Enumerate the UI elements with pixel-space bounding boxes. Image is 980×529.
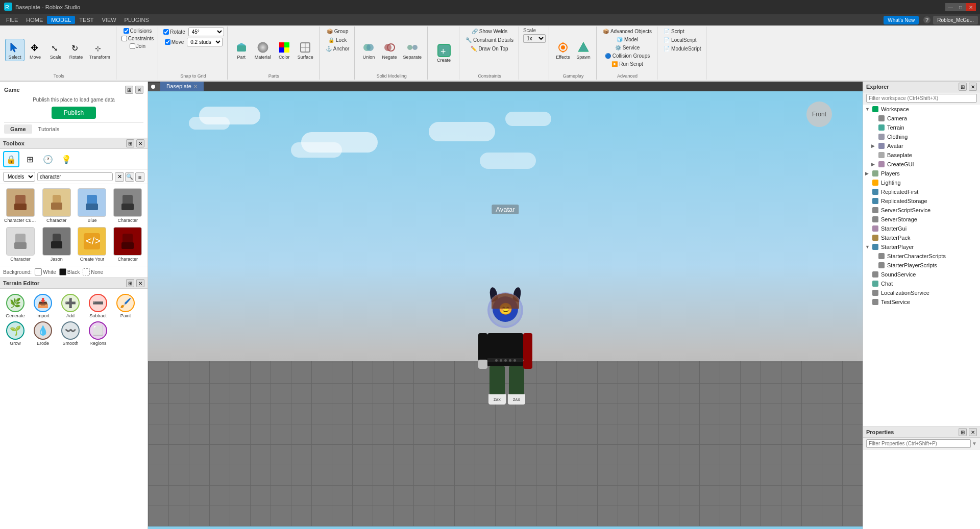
create-btn[interactable]: + Create — [434, 42, 454, 64]
explorer-tree-item-8[interactable]: Lighting — [863, 178, 980, 187]
properties-expand-btn[interactable]: ⊞ — [959, 428, 967, 436]
toolbox-icon-clock[interactable]: 🕐 — [40, 151, 56, 167]
toolbox-item-5[interactable]: Jason — [40, 226, 74, 263]
properties-close-btn[interactable]: ✕ — [969, 428, 977, 436]
explorer-tree-item-1[interactable]: Camera — [863, 114, 980, 123]
viewport-canvas[interactable]: Front Avatar 😊 — [148, 91, 863, 526]
bg-black-option[interactable]: Black — [59, 268, 80, 275]
menu-plugins[interactable]: PLUGINS — [120, 16, 153, 24]
tree-arrow-15[interactable]: ▼ — [865, 244, 871, 249]
move-btn[interactable]: ✥ Move — [26, 39, 45, 61]
toolbox-icon-lock[interactable]: 🔒 — [3, 151, 19, 167]
game-panel-close-btn[interactable]: ✕ — [135, 86, 143, 94]
terrain-regions-btn[interactable]: ⬜ Regions — [85, 320, 111, 347]
explorer-tree-item-12[interactable]: ServerStorage — [863, 215, 980, 224]
maximize-btn[interactable]: □ — [955, 3, 966, 11]
material-btn[interactable]: Material — [252, 39, 274, 61]
explorer-tree-item-6[interactable]: ▶CreateGUI — [863, 160, 980, 169]
group-btn[interactable]: 📦 Group — [325, 28, 351, 35]
explorer-tree-item-17[interactable]: StarterPlayerScripts — [863, 261, 980, 270]
script-btn[interactable]: 📄 Script — [662, 28, 687, 35]
toolbox-item-3[interactable]: Character — [111, 187, 144, 224]
explorer-tree-item-19[interactable]: Chat — [863, 279, 980, 288]
run-script-btn[interactable]: ▶️ Run Script — [609, 60, 645, 68]
explorer-expand-btn[interactable]: ⊞ — [959, 83, 967, 91]
menu-file[interactable]: FILE — [2, 16, 22, 24]
rotate-snap-check[interactable] — [163, 29, 169, 35]
toolbox-item-6[interactable]: </> Create Your — [76, 226, 109, 263]
user-btn[interactable]: Roblox_McGe... — [933, 16, 978, 24]
minimize-btn[interactable]: — — [945, 3, 955, 11]
toolbox-item-1[interactable]: Character — [40, 187, 74, 224]
advanced-objects-btn[interactable]: 📦 Advanced Objects — [601, 28, 654, 35]
toolbox-item-2[interactable]: Blue — [76, 187, 109, 224]
toolbox-clear-btn[interactable]: ✕ — [115, 172, 124, 182]
menu-test[interactable]: TEST — [75, 16, 97, 24]
explorer-tree-item-11[interactable]: ServerScriptService — [863, 206, 980, 215]
collisions-check[interactable]: Collisions — [122, 28, 153, 34]
show-welds-btn[interactable]: 🔗 Show Welds — [470, 28, 509, 35]
negate-btn[interactable]: Negate — [379, 39, 399, 61]
join-check[interactable]: Join — [129, 43, 146, 49]
terrain-subtract-btn[interactable]: ➖ Subtract — [85, 293, 111, 319]
constraints-checkbox[interactable] — [121, 36, 127, 41]
toolbox-item-4[interactable]: Character — [3, 226, 38, 263]
terrain-expand-btn[interactable]: ⊞ — [126, 279, 134, 287]
explorer-filter-input[interactable] — [866, 94, 977, 103]
properties-filter-input[interactable] — [866, 439, 971, 448]
draw-on-top-btn[interactable]: ✏️ Draw On Top — [469, 45, 510, 53]
whats-new-btn[interactable]: What's New — [884, 16, 919, 24]
explorer-tree-item-0[interactable]: ▼Workspace — [863, 105, 980, 114]
spawn-btn[interactable]: Spawn — [574, 39, 593, 61]
explorer-tree-item-7[interactable]: ▶Players — [863, 169, 980, 178]
bg-white-option[interactable]: White — [35, 268, 56, 275]
service-btn[interactable]: ⚙️ Service — [613, 44, 642, 52]
game-tab-tutorials[interactable]: Tutorials — [32, 124, 66, 134]
transform-btn[interactable]: ⊹ Transform — [87, 39, 113, 61]
menu-home[interactable]: HOME — [22, 16, 47, 24]
explorer-tree-item-18[interactable]: SoundService — [863, 270, 980, 279]
close-btn[interactable]: ✕ — [966, 3, 976, 11]
viewport[interactable]: Baseplate ✕ Front Avatar — [148, 82, 863, 529]
toolbox-item-0[interactable]: Character Customiz... — [3, 187, 38, 224]
union-btn[interactable]: Union — [359, 39, 378, 61]
explorer-tree-item-16[interactable]: StarterCharacterScripts — [863, 251, 980, 261]
explorer-tree-item-9[interactable]: ReplicatedFirst — [863, 187, 980, 196]
tree-arrow-4[interactable]: ▶ — [871, 143, 877, 148]
scale-select[interactable]: 1x2x0.5x — [523, 34, 546, 43]
explorer-close-btn[interactable]: ✕ — [969, 83, 977, 91]
explorer-tree-item-10[interactable]: ReplicatedStorage — [863, 196, 980, 206]
viewport-tab-baseplate[interactable]: Baseplate ✕ — [160, 82, 204, 91]
toolbox-icon-grid[interactable]: ⊞ — [21, 151, 38, 167]
game-panel-expand-btn[interactable]: ⊞ — [125, 86, 133, 94]
select-btn[interactable]: Select — [5, 39, 24, 61]
toolbox-icon-light[interactable]: 💡 — [58, 151, 75, 167]
effects-btn[interactable]: Effects — [553, 39, 573, 61]
move-snap-select[interactable]: 0.2 studs1 stud0.5 studs — [187, 38, 223, 46]
toolbox-expand-btn[interactable]: ⊞ — [126, 139, 134, 147]
terrain-grow-btn[interactable]: 🌱 Grow — [2, 320, 29, 347]
explorer-tree-item-5[interactable]: Baseplate — [863, 150, 980, 160]
explorer-tree-item-13[interactable]: StarterGui — [863, 224, 980, 233]
modulescript-btn[interactable]: 📄 ModuleScript — [662, 45, 703, 53]
toolbox-item-7[interactable]: Character — [111, 226, 144, 263]
rotate-btn[interactable]: ↻ Rotate — [66, 39, 86, 61]
toolbox-type-select[interactable]: ModelsDecalsAudio — [3, 172, 35, 182]
menu-model[interactable]: MODEL — [47, 16, 75, 24]
explorer-tree-item-20[interactable]: LocalizationService — [863, 288, 980, 297]
model-btn[interactable]: 🧊 Model — [615, 36, 640, 43]
constraints-check[interactable]: Constraints — [120, 35, 155, 42]
color-btn[interactable]: Color — [275, 39, 294, 61]
tree-arrow-7[interactable]: ▶ — [865, 171, 871, 176]
explorer-tree-item-3[interactable]: Clothing — [863, 132, 980, 141]
terrain-close-btn[interactable]: ✕ — [136, 279, 144, 287]
move-snap-check[interactable] — [165, 39, 170, 45]
terrain-paint-btn[interactable]: 🖌️ Paint — [112, 293, 139, 319]
terrain-smooth-btn[interactable]: 〰️ Smooth — [57, 320, 84, 347]
rotate-snap-select[interactable]: 45°90°15° — [188, 28, 224, 36]
explorer-tree-item-2[interactable]: Terrain — [863, 123, 980, 132]
tree-arrow-6[interactable]: ▶ — [871, 162, 877, 167]
explorer-tree-item-14[interactable]: StarterPack — [863, 233, 980, 242]
separate-btn[interactable]: Separate — [400, 39, 424, 61]
explorer-tree-item-21[interactable]: TestService — [863, 297, 980, 307]
